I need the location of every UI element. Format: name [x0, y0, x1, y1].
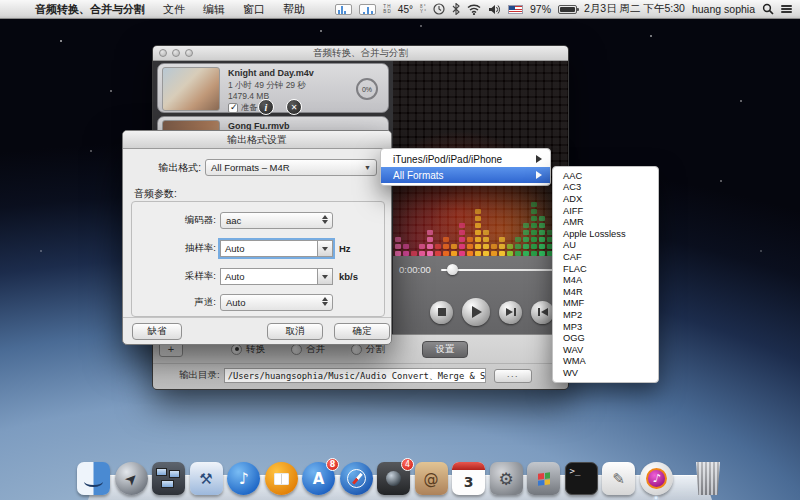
menu-item-itunes[interactable]: iTunes/iPod/iPad/iPhone — [381, 151, 550, 167]
file-remove-button[interactable]: ✕ — [286, 99, 302, 115]
spotlight-icon[interactable] — [762, 3, 774, 15]
combo-dropdown-icon[interactable] — [317, 241, 332, 256]
camera-app-badge: 4 — [401, 458, 414, 471]
textedit-icon[interactable]: ✎ — [602, 462, 635, 495]
camera-app-icon[interactable]: 4 — [377, 462, 410, 495]
play-button[interactable] — [462, 298, 490, 326]
remote-desktop-icon[interactable] — [527, 462, 560, 495]
output-path-field[interactable]: /Users/huangsophia/Music/Audio Convert、M… — [224, 368, 486, 383]
submenu-item-wv[interactable]: WV — [553, 367, 658, 379]
submenu-item-apple-lossless[interactable]: Apple Lossless — [553, 228, 658, 240]
submenu-arrow-icon — [536, 171, 542, 179]
browse-button[interactable]: ··· — [494, 369, 532, 383]
trash-icon[interactable] — [693, 462, 723, 495]
formats-submenu: AAC AC3 ADX AIFF AMR Apple Lossless AU C… — [552, 166, 659, 383]
submenu-item-caf[interactable]: CAF — [553, 251, 658, 263]
clock-icon[interactable] — [433, 3, 445, 15]
contacts-icon[interactable]: @ — [415, 462, 448, 495]
popup-caret-icon: ▼ — [364, 164, 371, 171]
samplerate-combo[interactable]: Auto — [220, 240, 333, 257]
seek-slider[interactable] — [441, 269, 562, 271]
submenu-item-ac3[interactable]: AC3 — [553, 182, 658, 194]
submenu-item-flac[interactable]: FLAC — [553, 263, 658, 275]
menu-edit[interactable]: 编辑 — [194, 0, 234, 18]
system-preferences-icon[interactable]: ⚙ — [490, 462, 523, 495]
cancel-button[interactable]: 取消 — [267, 323, 323, 340]
bluetooth-icon[interactable] — [452, 3, 460, 15]
menu-window[interactable]: 窗口 — [234, 0, 274, 18]
next-button[interactable] — [499, 301, 522, 324]
launchpad-icon[interactable]: ➤ — [115, 462, 148, 495]
samplerate-label: 抽样率: — [132, 242, 216, 255]
network-meter-icon[interactable] — [359, 4, 376, 15]
submenu-item-amr[interactable]: AMR — [553, 216, 658, 228]
terminal-icon[interactable]: >_ — [565, 462, 598, 495]
finder-icon[interactable] — [77, 462, 110, 495]
menu-help[interactable]: 帮助 — [274, 0, 314, 18]
encoder-popup[interactable]: aac — [220, 212, 333, 229]
stop-button[interactable] — [430, 301, 453, 324]
player-bar: 0:00:00 — [393, 256, 568, 334]
dialog-title[interactable]: 输出格式设置 — [123, 131, 391, 149]
video-thumbnail — [162, 67, 220, 111]
file-info-button[interactable]: i — [258, 99, 274, 115]
app-store-icon[interactable]: A 8 — [302, 462, 335, 495]
battery-icon[interactable] — [558, 5, 577, 14]
output-format-popup[interactable]: All Formats – M4R ▼ — [205, 159, 377, 176]
play-icon — [472, 306, 482, 318]
cpu-meter-icon[interactable] — [335, 4, 352, 15]
fan-sensor-icon: 8 °Y ° — [420, 4, 426, 14]
input-language-flag-icon[interactable] — [508, 5, 523, 14]
main-window-titlebar[interactable]: 音频转换、合并与分割 — [153, 46, 568, 61]
stepper-arrows-icon — [322, 297, 328, 306]
file-ready-checkbox[interactable] — [228, 103, 238, 113]
submenu-item-aiff[interactable]: AIFF — [553, 205, 658, 217]
temperature-readout[interactable]: 45° — [398, 4, 413, 15]
submenu-item-aac[interactable]: AAC — [553, 170, 658, 182]
ibooks-icon[interactable] — [265, 462, 298, 495]
safari-icon[interactable] — [340, 462, 373, 495]
wifi-icon[interactable] — [467, 4, 481, 15]
submenu-item-adx[interactable]: ADX — [553, 193, 658, 205]
submenu-item-mp3[interactable]: MP3 — [553, 321, 658, 333]
submenu-item-ogg[interactable]: OGG — [553, 332, 658, 344]
previous-button[interactable] — [531, 301, 554, 324]
submenu-item-mmf[interactable]: MMF — [553, 298, 658, 310]
output-format-label: 输出格式: — [123, 161, 201, 175]
submenu-item-m4r[interactable]: M4R — [553, 286, 658, 298]
submenu-item-wma[interactable]: WMA — [553, 356, 658, 368]
notification-center-icon[interactable] — [781, 5, 792, 13]
ok-button[interactable]: 确定 — [334, 323, 390, 340]
seek-knob[interactable] — [447, 264, 458, 275]
xcode-icon[interactable]: ⚒ — [190, 462, 223, 495]
radio-icon — [291, 344, 302, 355]
calendar-icon[interactable]: 3 — [452, 462, 485, 495]
calendar-day: 3 — [464, 474, 474, 490]
audio-params-group: 编码器: aac 抽样率: Auto Hz 采样率: Auto — [131, 201, 385, 317]
submenu-item-wav[interactable]: WAV — [553, 344, 658, 356]
encoder-label: 编码器: — [132, 214, 216, 227]
stepper-arrows-icon — [322, 215, 328, 224]
submenu-item-m4a[interactable]: M4A — [553, 274, 658, 286]
channels-popup[interactable]: Auto — [220, 294, 333, 311]
fast-user-switch[interactable]: huang sophia — [692, 3, 755, 15]
bitrate-combo[interactable]: Auto — [220, 268, 333, 285]
menu-app-name[interactable]: 音频转换、合并与分割 — [26, 0, 154, 18]
audio-converter-app-icon[interactable]: ♪ — [640, 462, 673, 495]
default-button[interactable]: 缺省 — [132, 323, 182, 340]
submenu-item-mp2[interactable]: MP2 — [553, 309, 658, 321]
itunes-icon[interactable]: ♪ — [227, 462, 260, 495]
mission-control-icon[interactable] — [152, 462, 185, 495]
menu-file[interactable]: 文件 — [154, 0, 194, 18]
menubar-clock[interactable]: 2月3日 周二 下午5:30 — [584, 2, 685, 16]
menu-item-label: iTunes/iPod/iPad/iPhone — [393, 154, 502, 165]
settings-button[interactable]: 设置 — [422, 341, 468, 358]
menu-item-all-formats[interactable]: All Formats — [381, 167, 550, 183]
file-row[interactable]: Knight and Day.m4v 1 小时 49 分钟 29 秒 1479.… — [157, 63, 389, 113]
channels-value: Auto — [226, 297, 246, 308]
submenu-item-au[interactable]: AU — [553, 240, 658, 252]
combo-dropdown-icon[interactable] — [317, 269, 332, 284]
app-store-badge: 8 — [326, 458, 339, 471]
volume-icon[interactable] — [488, 4, 501, 15]
terminal-glyph: >_ — [570, 466, 581, 476]
